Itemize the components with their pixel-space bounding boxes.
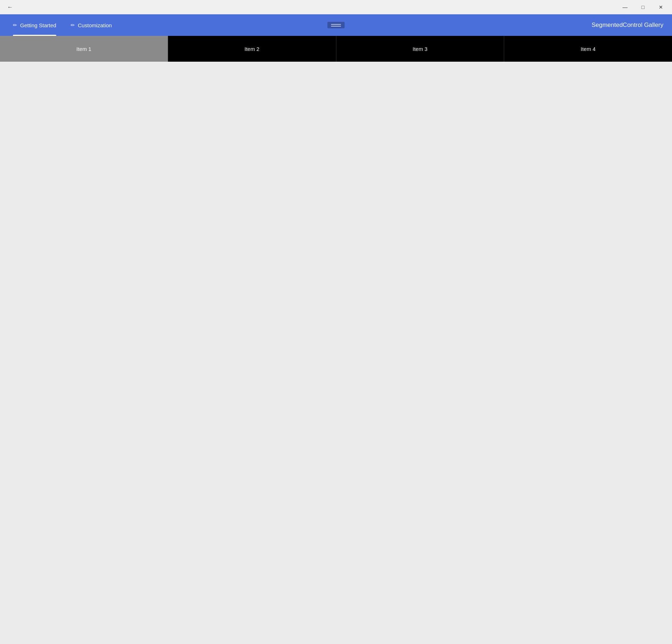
close-icon: ✕ [659, 4, 663, 10]
segment-item1[interactable]: Item 1 [0, 36, 168, 62]
maximize-icon: □ [642, 4, 644, 10]
title-bar-controls: — □ ✕ [617, 1, 669, 13]
getting-started-icon: ✏ [13, 22, 17, 28]
tab-customization[interactable]: ✏ Customization [63, 14, 119, 36]
segmented-control: Item 1 Item 2 Item 3 Item 4 [0, 36, 672, 62]
segment-item3-label: Item 3 [413, 46, 428, 52]
tab-getting-started[interactable]: ✏ Getting Started [6, 14, 63, 36]
app-title: SegmentedControl Gallery [592, 22, 666, 29]
title-bar: ← — □ ✕ [0, 0, 672, 14]
customization-icon: ✏ [71, 22, 75, 28]
tab-customization-label: Customization [78, 22, 112, 28]
minimize-button[interactable]: — [617, 1, 633, 13]
close-button[interactable]: ✕ [653, 1, 669, 13]
maximize-button[interactable]: □ [635, 1, 651, 13]
app-header: ✏ Getting Started ✏ Customization Segmen… [0, 14, 672, 36]
segment-item4[interactable]: Item 4 [504, 36, 672, 62]
content-area [0, 62, 672, 644]
drag-handle-line-2 [331, 26, 341, 27]
segment-item2[interactable]: Item 2 [168, 36, 336, 62]
segment-item4-label: Item 4 [581, 46, 596, 52]
tab-getting-started-label: Getting Started [20, 22, 56, 28]
back-button[interactable]: ← [3, 1, 17, 13]
window-frame: ← — □ ✕ ✏ Getting Started ✏ Customizati [0, 0, 672, 644]
drag-handle-lines [331, 24, 341, 27]
minimize-icon: — [623, 4, 628, 10]
back-icon: ← [7, 4, 13, 10]
drag-handle-line-1 [331, 24, 341, 25]
title-bar-left: ← [3, 1, 17, 13]
segment-item2-label: Item 2 [245, 46, 260, 52]
segment-item3[interactable]: Item 3 [336, 36, 505, 62]
nav-tabs: ✏ Getting Started ✏ Customization [6, 14, 119, 36]
segment-item1-label: Item 1 [76, 46, 91, 52]
drag-handle[interactable] [327, 22, 345, 28]
